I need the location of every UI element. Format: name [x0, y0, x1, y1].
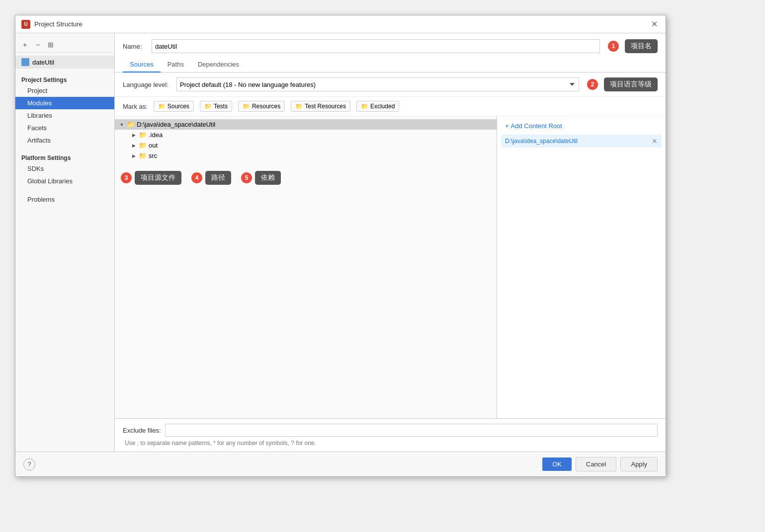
close-button[interactable]: ✕	[649, 19, 660, 30]
mark-test-resources-button[interactable]: 📁 Test Resources	[291, 101, 350, 112]
excluded-label: Excluded	[370, 103, 395, 110]
sidebar-item-libraries[interactable]: Libraries	[15, 109, 114, 122]
sidebar-item-sdks[interactable]: SDKs	[15, 162, 114, 175]
idea-expander[interactable]: ▶	[131, 132, 137, 138]
app-icon: U	[21, 20, 30, 29]
title-bar-left: U Project Structure	[21, 20, 83, 29]
mark-resources-button[interactable]: 📁 Resources	[238, 101, 285, 112]
tooltip-language-level: 项目语言等级	[604, 77, 658, 91]
tab-sources[interactable]: Sources	[123, 57, 161, 73]
main-content: + − ⊞ dateUtil Project Settings Project …	[15, 33, 666, 452]
name-label: Name:	[123, 43, 148, 50]
resources-label: Resources	[252, 103, 280, 110]
tree-item-src[interactable]: ▶ 📁 src	[115, 151, 497, 161]
tooltip-project-name: 项目名	[625, 39, 658, 53]
tooltip-paths: 路径	[205, 171, 231, 185]
sidebar-item-artifacts[interactable]: Artifacts	[15, 134, 114, 147]
test-resources-label: Test Resources	[305, 103, 346, 110]
tests-folder-icon: 📁	[204, 103, 212, 110]
mark-excluded-button[interactable]: 📁 Excluded	[356, 101, 399, 112]
badge-1: 1	[608, 41, 619, 52]
annotation3-group: 3 项目源文件	[121, 171, 181, 185]
content-root-item: D:\java\idea_space\dateUtil ✕	[501, 135, 662, 148]
mark-as-row: Mark as: 📁 Sources 📁 Tests 📁 Resources 📁…	[115, 97, 666, 116]
tests-label: Tests	[214, 103, 228, 110]
project-structure-dialog: U Project Structure ✕ + − ⊞ dateUtil Pro…	[15, 15, 666, 477]
root-folder-icon: 📁	[127, 121, 135, 128]
file-tree: ▼ 📁 D:\java\idea_space\dateUtil ▶ 📁 .ide…	[115, 116, 497, 418]
content-root-path: D:\java\idea_space\dateUtil	[505, 138, 578, 145]
mark-as-label: Mark as:	[123, 103, 148, 110]
right-panel: Name: 1 项目名 Sources Paths Dependencies L…	[115, 33, 666, 452]
remove-button[interactable]: −	[32, 39, 43, 50]
exclude-input[interactable]	[165, 424, 658, 437]
project-settings-label: Project Settings	[15, 75, 114, 84]
module-item[interactable]: dateUtil	[15, 56, 114, 69]
src-expander[interactable]: ▶	[131, 153, 137, 159]
add-content-root-button[interactable]: + Add Content Root	[501, 120, 566, 132]
tooltip-dependencies: 依赖	[255, 171, 281, 185]
exclude-hint: Use ; to separate name patterns, * for a…	[123, 440, 658, 447]
language-level-label: Language level:	[123, 81, 172, 88]
idea-name: .idea	[149, 131, 163, 139]
language-level-select[interactable]: Project default (18 - No new language fe…	[176, 77, 579, 91]
name-row: Name: 1 项目名	[115, 33, 666, 57]
add-button[interactable]: +	[19, 39, 30, 50]
badge-5: 5	[241, 172, 252, 183]
excluded-folder-icon: 📁	[361, 103, 368, 110]
out-name: out	[149, 142, 158, 149]
copy-button[interactable]: ⊞	[45, 39, 56, 50]
cancel-button[interactable]: Cancel	[576, 457, 616, 471]
content-root-panel: + Add Content Root D:\java\idea_space\da…	[497, 116, 666, 418]
tree-root[interactable]: ▼ 📁 D:\java\idea_space\dateUtil	[115, 119, 497, 130]
src-folder-icon: 📁	[139, 152, 147, 159]
sidebar-item-modules[interactable]: Modules	[15, 97, 114, 109]
idea-folder-icon: 📁	[139, 131, 147, 139]
tree-item-out[interactable]: ▶ 📁 out	[115, 140, 497, 151]
sidebar-item-facets[interactable]: Facets	[15, 122, 114, 134]
sidebar-item-project[interactable]: Project	[15, 84, 114, 97]
sources-folder-icon: 📁	[158, 103, 166, 110]
test-resources-folder-icon: 📁	[295, 103, 303, 110]
sidebar-item-global-libraries[interactable]: Global Libraries	[15, 175, 114, 187]
annotation5-group: 5 依赖	[241, 171, 281, 185]
add-content-root-label: Add Content Root	[511, 122, 562, 130]
add-content-root-icon: +	[505, 122, 509, 130]
dialog-footer: ? OK Cancel Apply	[15, 452, 666, 476]
window-title: Project Structure	[34, 20, 83, 28]
tab-dependencies[interactable]: Dependencies	[191, 57, 246, 73]
apply-button[interactable]: Apply	[620, 457, 658, 471]
name-input[interactable]	[152, 39, 600, 53]
badge-2: 2	[587, 79, 598, 90]
out-folder-icon: 📁	[139, 142, 147, 149]
sources-label: Sources	[168, 103, 189, 110]
module-name: dateUtil	[32, 59, 54, 66]
content-root-close-button[interactable]: ✕	[652, 137, 658, 145]
root-path: D:\java\idea_space\dateUtil	[137, 121, 215, 128]
sidebar-item-problems[interactable]: Problems	[15, 193, 114, 206]
badge-3: 3	[121, 172, 132, 183]
module-icon	[21, 58, 29, 66]
toolbar-row: + − ⊞	[15, 37, 114, 53]
tab-paths[interactable]: Paths	[161, 57, 191, 73]
ok-button[interactable]: OK	[542, 457, 572, 471]
platform-settings-label: Platform Settings	[15, 152, 114, 162]
left-panel: + − ⊞ dateUtil Project Settings Project …	[15, 33, 115, 452]
tree-item-idea[interactable]: ▶ 📁 .idea	[115, 130, 497, 140]
mark-sources-button[interactable]: 📁 Sources	[154, 101, 194, 112]
exclude-label: Exclude files:	[123, 427, 161, 434]
language-row: Language level: Project default (18 - No…	[115, 73, 666, 97]
help-button[interactable]: ?	[23, 458, 35, 470]
exclude-row: Exclude files:	[123, 424, 658, 437]
bottom-area: Exclude files: Use ; to separate name pa…	[115, 418, 666, 452]
mark-tests-button[interactable]: 📁 Tests	[200, 101, 232, 112]
file-tree-area: ▼ 📁 D:\java\idea_space\dateUtil ▶ 📁 .ide…	[115, 116, 666, 418]
resources-folder-icon: 📁	[243, 103, 250, 110]
annotation4-group: 4 路径	[191, 171, 231, 185]
root-expander[interactable]: ▼	[119, 122, 125, 128]
src-name: src	[149, 152, 157, 159]
tabs-row: Sources Paths Dependencies	[115, 57, 666, 73]
tooltip-source-files: 项目源文件	[135, 171, 181, 185]
out-expander[interactable]: ▶	[131, 143, 137, 149]
badge-4: 4	[191, 172, 202, 183]
